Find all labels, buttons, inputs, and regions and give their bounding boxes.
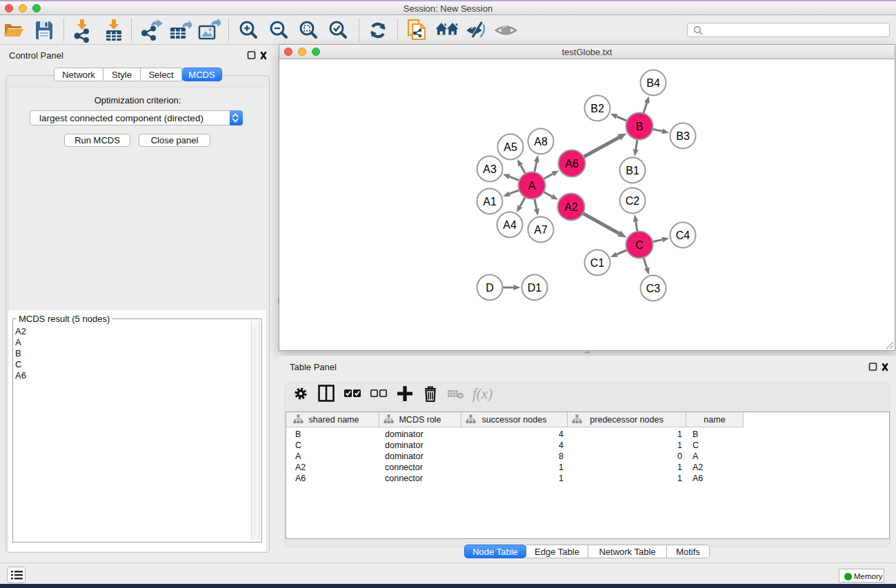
svg-text:C3: C3 — [646, 283, 661, 294]
svg-text:A5: A5 — [504, 141, 517, 153]
svg-text:B2: B2 — [590, 103, 604, 114]
svg-text:A3: A3 — [483, 163, 497, 175]
svg-text:D: D — [486, 282, 494, 294]
svg-text:B3: B3 — [676, 130, 690, 142]
svg-text:A6: A6 — [565, 158, 579, 170]
svg-text:A2: A2 — [564, 201, 578, 213]
svg-text:C1: C1 — [590, 257, 605, 269]
svg-text:A4: A4 — [503, 219, 517, 231]
svg-text:D1: D1 — [528, 282, 542, 294]
svg-text:f(x): f(x) — [472, 385, 492, 402]
svg-text:A: A — [528, 180, 536, 192]
svg-text:C4: C4 — [676, 230, 690, 241]
svg-text:B: B — [636, 121, 644, 132]
svg-text:A7: A7 — [534, 224, 548, 236]
svg-text:C2: C2 — [626, 195, 640, 207]
svg-text:B4: B4 — [646, 77, 660, 89]
svg-text:A1: A1 — [483, 196, 497, 207]
svg-text:A8: A8 — [534, 136, 548, 148]
svg-text:C: C — [635, 239, 644, 251]
svg-text:B1: B1 — [626, 165, 639, 176]
